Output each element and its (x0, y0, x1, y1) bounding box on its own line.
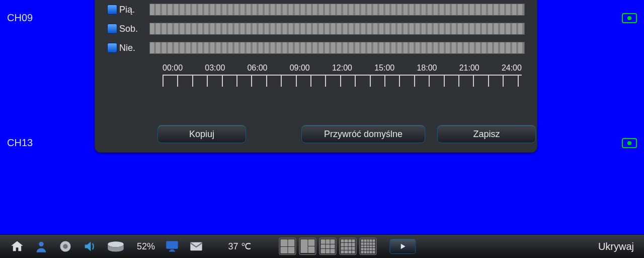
day-checkbox[interactable] (107, 24, 117, 34)
svg-point-4 (39, 242, 43, 246)
grid-4x4-button[interactable] (340, 238, 357, 255)
tick-label: 18:00 (417, 63, 437, 73)
monitor-icon[interactable] (165, 239, 179, 253)
mail-icon[interactable] (189, 239, 203, 253)
dialog-buttons: Kopiuj Przywróć domyślne Zapisz (95, 125, 537, 143)
svg-rect-8 (166, 241, 178, 249)
tick-label: 21:00 (459, 63, 479, 73)
taskbar: 52% 37 ℃ Ukrywaj (0, 234, 644, 258)
alarm-icon[interactable] (58, 239, 72, 253)
timeline-ruler (163, 75, 522, 87)
day-checkbox[interactable] (107, 5, 117, 15)
timeline-axis: 00:00 03:00 06:00 09:00 12:00 15:00 18:0… (163, 63, 522, 87)
money-status-icon (622, 138, 637, 148)
tick-label: 12:00 (332, 63, 352, 73)
schedule-rows: Pią. Sob. Nie. (107, 0, 525, 57)
grid-1-3-button[interactable] (299, 238, 316, 255)
svg-point-7 (108, 241, 124, 247)
disk-icon[interactable] (107, 239, 125, 253)
day-label: Nie. (119, 43, 149, 53)
schedule-row-sunday: Nie. (107, 38, 525, 57)
day-checkbox[interactable] (107, 43, 117, 53)
schedule-panel: Pią. Sob. Nie. 00:00 03:00 06:00 09:00 1… (95, 0, 537, 153)
schedule-row-friday: Pią. (107, 0, 525, 19)
hide-button[interactable]: Ukrywaj (598, 241, 634, 252)
tick-label: 15:00 (374, 63, 394, 73)
grid-3x3-button[interactable] (319, 238, 337, 255)
save-button[interactable]: Zapisz (437, 125, 536, 143)
home-icon[interactable] (10, 239, 24, 253)
channel-label-top: CH09 (7, 12, 33, 24)
day-label: Sob. (119, 24, 149, 34)
svg-point-6 (63, 244, 67, 248)
money-status-icon (622, 13, 637, 23)
disk-percent: 52% (137, 241, 155, 252)
tick-label: 09:00 (290, 63, 310, 73)
restore-defaults-button[interactable]: Przywróć domyślne (301, 125, 425, 143)
speaker-icon[interactable] (83, 239, 97, 253)
user-icon[interactable] (34, 239, 48, 253)
day-label: Pią. (119, 5, 149, 15)
copy-button[interactable]: Kopiuj (157, 125, 246, 143)
schedule-bar[interactable] (149, 23, 525, 35)
schedule-bar[interactable] (149, 4, 525, 16)
grid-2x2-button[interactable] (279, 238, 296, 255)
temperature-readout: 37 ℃ (228, 241, 251, 252)
viewport: CH09 CH13 Pią. Sob. Nie. (0, 0, 644, 258)
timeline-ticks: 00:00 03:00 06:00 09:00 12:00 15:00 18:0… (163, 63, 522, 73)
grid-5x5-button[interactable] (360, 238, 377, 255)
tick-label: 00:00 (163, 63, 183, 73)
taskbar-left: 52% (10, 239, 203, 253)
tick-label: 06:00 (247, 63, 267, 73)
svg-point-1 (627, 16, 631, 20)
svg-rect-10 (169, 250, 175, 251)
play-button[interactable] (390, 239, 416, 254)
tick-label: 03:00 (205, 63, 225, 73)
tick-label: 24:00 (502, 63, 522, 73)
svg-point-3 (627, 141, 631, 145)
svg-rect-9 (171, 249, 174, 250)
schedule-row-saturday: Sob. (107, 19, 525, 38)
schedule-bar[interactable] (149, 42, 525, 54)
taskbar-center: 37 ℃ (228, 238, 416, 255)
channel-label-bottom: CH13 (7, 137, 33, 149)
